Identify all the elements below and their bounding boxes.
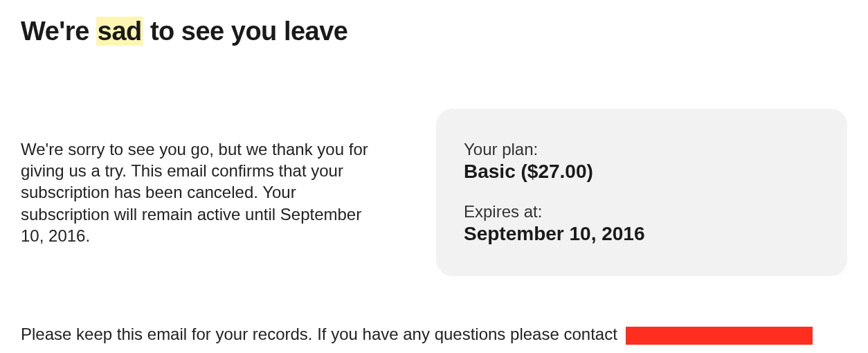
content-row: We're sorry to see you go, but we thank … <box>21 109 847 276</box>
heading-part2: to see you leave <box>143 17 348 46</box>
heading-part1: We're <box>21 17 96 46</box>
heading-highlight: sad <box>96 17 143 46</box>
plan-value: Basic ($27.00) <box>464 161 820 183</box>
body-text: We're sorry to see you go, but we thank … <box>21 138 381 246</box>
footer-text: Please keep this email for your records.… <box>21 325 847 345</box>
subscription-info-box: Your plan: Basic ($27.00) Expires at: Se… <box>436 109 847 276</box>
redacted-contact <box>626 327 813 345</box>
footer-message: Please keep this email for your records.… <box>21 325 617 343</box>
plan-label: Your plan: <box>464 140 820 159</box>
expires-label: Expires at: <box>464 202 820 221</box>
page-heading: We're sad to see you leave <box>21 17 847 46</box>
expires-value: September 10, 2016 <box>464 223 820 245</box>
plan-group: Your plan: Basic ($27.00) <box>464 140 820 183</box>
expires-group: Expires at: September 10, 2016 <box>464 202 820 245</box>
